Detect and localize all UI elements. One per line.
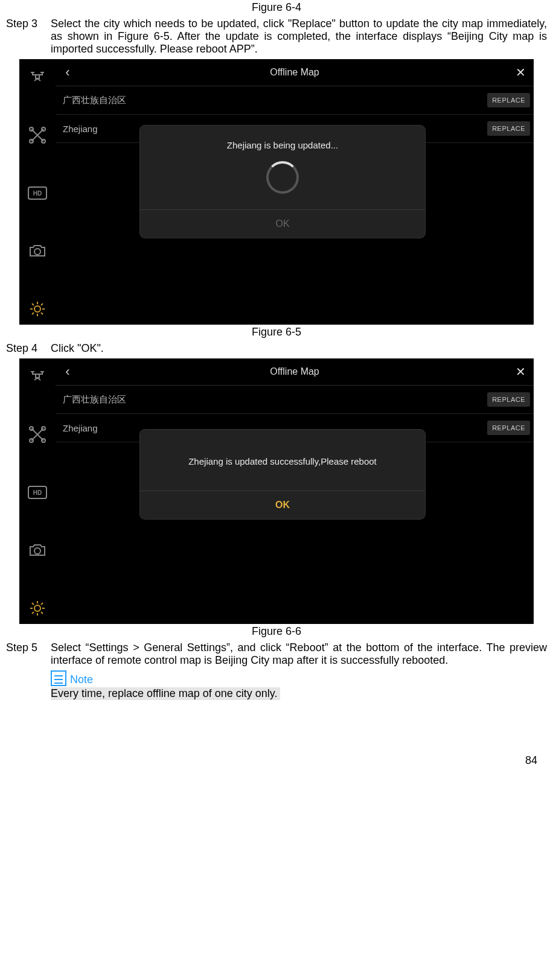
- propeller-icon: [29, 127, 46, 144]
- gear-icon: [29, 301, 46, 317]
- app-sidebar: HD: [19, 358, 56, 624]
- svg-point-6: [34, 249, 40, 255]
- city-name: 广西壮族自治区: [63, 394, 126, 406]
- gear-icon: [29, 600, 46, 617]
- figure-caption-6-6: Figure 6-6: [6, 625, 547, 638]
- svg-text:HD: HD: [33, 190, 42, 197]
- figure-caption-6-4: Figure 6-4: [6, 1, 547, 14]
- hd-icon: HD: [28, 486, 47, 499]
- screen-title: Offline Map: [56, 366, 534, 377]
- step-3: Step 3 Select the city which needs to be…: [6, 18, 547, 56]
- svg-point-15: [34, 605, 40, 611]
- camera-icon: [28, 542, 46, 557]
- replace-button[interactable]: REPLACE: [487, 421, 530, 435]
- screenshot-figure-6-5: HD ‹ Offline Map ✕ 广西壮族自治区 REPLACE Zheji…: [19, 59, 534, 325]
- replace-button[interactable]: REPLACE: [487, 93, 530, 107]
- city-name: Zhejiang: [63, 124, 98, 134]
- step-5-body: Select “Settings > General Settings”, an…: [51, 641, 547, 667]
- figure-caption-6-5: Figure 6-5: [6, 326, 547, 339]
- propeller-icon: [29, 426, 46, 443]
- loading-spinner-icon: [266, 161, 299, 194]
- camera-icon: [28, 243, 46, 258]
- step-3-body: Select the city which needs to be update…: [51, 18, 547, 56]
- step-4-label: Step 4: [6, 342, 51, 355]
- offline-map-topbar: ‹ Offline Map ✕: [56, 59, 534, 86]
- replace-button[interactable]: REPLACE: [487, 121, 530, 136]
- svg-point-7: [34, 306, 40, 312]
- screenshot-figure-6-6: HD ‹ Offline Map ✕ 广西壮族自治区 REPLACE Zheji…: [19, 358, 534, 624]
- ok-button-disabled: OK: [140, 209, 425, 238]
- ok-button[interactable]: OK: [140, 491, 425, 519]
- updating-dialog: Zhejiang is being updated... OK: [140, 126, 425, 238]
- city-row-guangxi: 广西壮族自治区 REPLACE: [56, 386, 534, 414]
- step-4: Step 4 Click "OK".: [6, 342, 547, 355]
- city-name: Zhejiang: [63, 423, 98, 433]
- dialog-message: Zhejiang is being updated...: [146, 140, 419, 150]
- app-sidebar: HD: [19, 59, 56, 325]
- drone-icon: [28, 368, 46, 383]
- success-dialog: Zhejiang is updated successfully,Please …: [140, 430, 425, 519]
- back-button[interactable]: ‹: [56, 65, 80, 80]
- close-button[interactable]: ✕: [507, 65, 534, 80]
- note-icon: [51, 670, 66, 686]
- city-name: 广西壮族自治区: [63, 95, 126, 106]
- step-5-label: Step 5: [6, 641, 51, 667]
- step-4-body: Click "OK".: [51, 342, 547, 355]
- city-row-guangxi: 广西壮族自治区 REPLACE: [56, 86, 534, 115]
- svg-text:HD: HD: [33, 489, 42, 496]
- close-button[interactable]: ✕: [507, 364, 534, 379]
- note-heading: Note: [51, 670, 547, 686]
- step-5: Step 5 Select “Settings > General Settin…: [6, 641, 547, 667]
- offline-map-topbar: ‹ Offline Map ✕: [56, 358, 534, 386]
- dialog-message: Zhejiang is updated successfully,Please …: [146, 456, 419, 466]
- page-number: 84: [0, 706, 553, 774]
- step-3-label: Step 3: [6, 18, 51, 56]
- hd-icon: HD: [28, 186, 47, 200]
- drone-icon: [28, 69, 46, 83]
- svg-point-14: [34, 548, 40, 554]
- screen-title: Offline Map: [56, 67, 534, 78]
- replace-button[interactable]: REPLACE: [487, 392, 530, 407]
- back-button[interactable]: ‹: [56, 364, 80, 380]
- note-text: Every time, replace offline map of one c…: [51, 687, 280, 700]
- note-label: Note: [70, 673, 93, 686]
